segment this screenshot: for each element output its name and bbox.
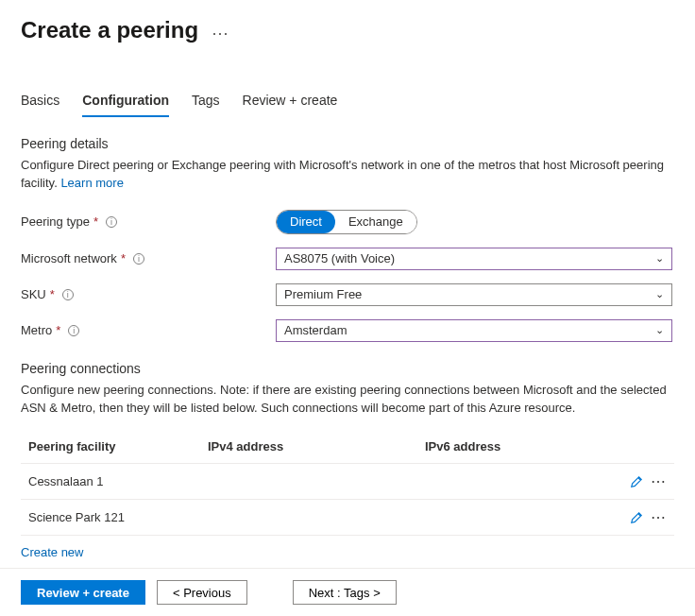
peering-details-heading: Peering details [21, 136, 674, 151]
row-more-icon[interactable]: ⋯ [651, 510, 667, 525]
peering-type-toggle[interactable]: Direct Exchange [276, 210, 417, 234]
tab-configuration[interactable]: Configuration [82, 93, 169, 117]
info-icon[interactable]: i [62, 289, 74, 300]
cell-ipv6 [417, 499, 618, 535]
peering-connections-heading: Peering connections [21, 361, 674, 376]
next-button[interactable]: Next : Tags > [293, 580, 397, 605]
peering-details-description: Configure Direct peering or Exchange pee… [21, 157, 674, 193]
col-peering-facility: Peering facility [21, 430, 200, 464]
sku-select[interactable]: Premium Free ⌄ [276, 283, 672, 306]
edit-icon[interactable] [630, 475, 643, 488]
ms-network-label-text: Microsoft network [21, 251, 117, 265]
required-marker: * [93, 214, 98, 229]
peering-type-exchange[interactable]: Exchange [335, 211, 416, 233]
row-more-icon[interactable]: ⋯ [651, 474, 667, 489]
info-icon[interactable]: i [68, 325, 79, 336]
info-icon[interactable]: i [133, 253, 144, 265]
edit-icon[interactable] [630, 511, 643, 524]
cell-ipv4 [200, 499, 417, 535]
sku-label-text: SKU [21, 287, 46, 301]
required-marker: * [50, 287, 55, 301]
col-ipv4: IPv4 address [200, 430, 417, 464]
required-marker: * [121, 251, 126, 265]
table-row[interactable]: Cessnalaan 1 ⋯ [21, 464, 674, 500]
info-icon[interactable]: i [106, 216, 117, 228]
ms-network-value: AS8075 (with Voice) [284, 251, 395, 265]
previous-button[interactable]: < Previous [157, 580, 247, 605]
review-create-button[interactable]: Review + create [21, 580, 145, 605]
tab-basics[interactable]: Basics [21, 93, 59, 117]
cell-facility: Science Park 121 [21, 499, 200, 535]
ms-network-select[interactable]: AS8075 (with Voice) ⌄ [276, 248, 672, 270]
tab-strip: Basics Configuration Tags Review + creat… [21, 93, 674, 117]
more-actions-icon[interactable]: ⋯ [212, 25, 229, 42]
chevron-down-icon: ⌄ [655, 252, 664, 265]
connections-table: Peering facility IPv4 address IPv6 addre… [21, 430, 674, 535]
required-marker: * [56, 323, 60, 337]
peering-type-label-text: Peering type [21, 214, 90, 229]
table-row[interactable]: Science Park 121 ⋯ [21, 499, 674, 535]
metro-select[interactable]: Amsterdam ⌄ [276, 319, 672, 342]
page-title: Create a peering [21, 17, 198, 43]
sku-value: Premium Free [284, 287, 362, 301]
peering-type-label: Peering type * i [21, 214, 276, 229]
cell-ipv6 [417, 464, 618, 500]
footer-bar: Review + create < Previous Next : Tags > [0, 568, 695, 616]
create-new-link[interactable]: Create new [21, 545, 83, 559]
peering-connections-description: Configure new peering connections. Note:… [21, 382, 674, 418]
metro-label-text: Metro [21, 323, 52, 337]
ms-network-label: Microsoft network * i [21, 251, 276, 265]
cell-facility: Cessnalaan 1 [21, 464, 200, 500]
chevron-down-icon: ⌄ [655, 288, 664, 300]
tab-tags[interactable]: Tags [192, 93, 220, 117]
peering-type-direct[interactable]: Direct [277, 211, 335, 233]
tab-review-create[interactable]: Review + create [243, 93, 338, 117]
chevron-down-icon: ⌄ [655, 324, 664, 336]
col-ipv6: IPv6 address [417, 430, 618, 464]
learn-more-link[interactable]: Learn more [60, 176, 123, 190]
metro-value: Amsterdam [284, 323, 347, 337]
metro-label: Metro * i [21, 323, 276, 337]
cell-ipv4 [200, 464, 417, 500]
sku-label: SKU * i [21, 287, 276, 301]
